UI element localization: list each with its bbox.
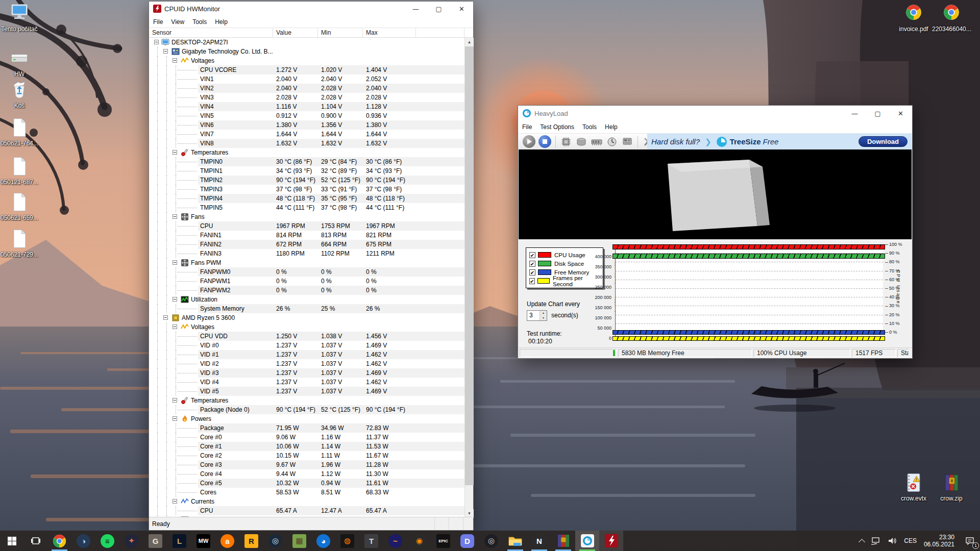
sensor-row-vin7[interactable]: VIN71.644 V1.644 V1.644 V xyxy=(149,130,464,139)
resize-grip[interactable] xyxy=(463,517,473,530)
sensor-row-fanpwm2[interactable]: FANPWM20 %0 %0 % xyxy=(149,286,464,295)
desktop-icon-050621-764-[interactable]: 050621-764... xyxy=(0,116,39,147)
tree-collapse-icon[interactable] xyxy=(173,324,177,329)
sensor-row-powers[interactable]: Powers xyxy=(149,414,464,423)
heavyload-menu-tools[interactable]: Tools xyxy=(578,123,601,131)
rockstar-icon[interactable]: R xyxy=(239,531,263,551)
tree-collapse-icon[interactable] xyxy=(173,214,177,219)
hwmonitor-sensor-table[interactable]: DESKTOP-2APM27IGigabyte Technology Co. L… xyxy=(149,38,464,518)
language-indicator[interactable]: CES xyxy=(900,531,920,551)
audacity-icon[interactable]: ~ xyxy=(383,531,407,551)
task-view-button[interactable] xyxy=(23,531,47,551)
column-header-sensor[interactable]: Sensor xyxy=(149,28,273,37)
sensor-row-fanpwm1[interactable]: FANPWM10 %0 %0 % xyxy=(149,277,464,286)
heavyload-icon[interactable] xyxy=(575,531,599,551)
minimize-icon[interactable]: — xyxy=(404,2,427,16)
tree-collapse-icon[interactable] xyxy=(173,150,177,155)
desktop-icon-2203466040-[interactable]: 2203466040... xyxy=(932,2,971,33)
maximize-icon[interactable]: ▢ xyxy=(427,2,450,16)
heavyload-menu-file[interactable]: File xyxy=(518,123,536,131)
sensor-row-vid-1[interactable]: VID #11.237 V1.037 V1.462 V xyxy=(149,350,464,359)
sensor-row-tmpin0[interactable]: TMPIN030 °C (86 °F)29 °C (84 °F)30 °C (8… xyxy=(149,157,464,166)
sensor-row-voltages[interactable]: Voltages xyxy=(149,322,464,332)
legend-checkbox[interactable]: ✔ xyxy=(529,261,535,267)
desktop-icon-crow-zip[interactable]: crow.zip xyxy=(932,471,971,502)
ubisoft-connect-icon[interactable]: ◕ xyxy=(311,531,335,551)
epic-games-icon[interactable]: EPIC xyxy=(431,531,455,551)
notification-center-icon[interactable]: 1 xyxy=(960,531,980,551)
sensor-row-utilization[interactable]: Utilization xyxy=(149,295,464,304)
update-interval-stepper[interactable]: 3 ▲ ▼ xyxy=(527,310,547,321)
sensor-row-tmpin4[interactable]: TMPIN448 °C (118 °F)35 °C (95 °F)48 °C (… xyxy=(149,194,464,203)
sensor-row-cores[interactable]: Cores58.53 W8.51 W68.33 W xyxy=(149,488,464,497)
sensor-row-cpu[interactable]: CPU65.47 A12.47 A65.47 A xyxy=(149,506,464,515)
sensor-row-currents[interactable]: Currents xyxy=(149,497,464,506)
memory-test-icon[interactable] xyxy=(589,136,604,148)
n-logo-app-icon[interactable]: N xyxy=(527,531,551,551)
hwmonitor-menu-file[interactable]: File xyxy=(149,18,167,26)
file-explorer-icon[interactable] xyxy=(503,531,527,551)
scrollbar-thumb[interactable] xyxy=(465,46,474,485)
sensor-row-tmpin3[interactable]: TMPIN337 °C (98 °F)33 °C (91 °F)37 °C (9… xyxy=(149,185,464,194)
tray-chevron-icon[interactable] xyxy=(856,531,868,551)
sensor-row-vid-4[interactable]: VID #41.237 V1.037 V1.462 V xyxy=(149,378,464,387)
heavyload-menu-test-options[interactable]: Test Options xyxy=(536,123,578,131)
hwmonitor-menu-help[interactable]: Help xyxy=(211,18,232,26)
tree-collapse-icon[interactable] xyxy=(173,58,177,63)
hwmonitor-column-headers[interactable]: SensorValueMinMax xyxy=(149,28,473,38)
sensor-row-tmpin1[interactable]: TMPIN134 °C (93 °F)32 °C (89 °F)34 °C (9… xyxy=(149,166,464,176)
spin-up-icon[interactable]: ▲ xyxy=(540,311,547,316)
world-of-tanks-icon[interactable]: T xyxy=(359,531,383,551)
sensor-row-temperatures[interactable]: Temperatures xyxy=(149,396,464,405)
spotify-icon[interactable]: ≡ xyxy=(95,531,119,551)
sensor-row-vin3[interactable]: VIN32.028 V2.028 V2.028 V xyxy=(149,93,464,102)
chrome-icon[interactable] xyxy=(47,531,71,551)
maximize-icon[interactable]: ▢ xyxy=(866,106,889,121)
cod-mw-icon[interactable]: MW xyxy=(191,531,215,551)
tree-collapse-icon[interactable] xyxy=(173,260,177,265)
sensor-row-vin6[interactable]: VIN61.380 V1.356 V1.380 V xyxy=(149,120,464,130)
hwmonitor-menu-view[interactable]: View xyxy=(167,18,188,26)
sensor-row-fans-pwm[interactable]: Fans PWM xyxy=(149,258,464,267)
clock-icon[interactable] xyxy=(604,136,620,148)
sensor-row-tmpin5[interactable]: TMPIN544 °C (111 °F)37 °C (98 °F)44 °C (… xyxy=(149,203,464,212)
tree-collapse-icon[interactable] xyxy=(154,40,159,44)
volume-icon[interactable] xyxy=(884,531,900,551)
heavyload-menu-help[interactable]: Help xyxy=(601,123,622,131)
disk-test-icon[interactable] xyxy=(574,136,589,148)
desktop-icon-050121-687-[interactable]: 050121-687... xyxy=(0,155,39,186)
davinci-resolve-icon[interactable]: ✦ xyxy=(119,531,143,551)
sensor-row-cpu-vcore[interactable]: CPU VCORE1.272 V1.020 V1.404 V xyxy=(149,65,464,74)
sensor-row-package-node-0-[interactable]: Package (Node 0)90 °C (194 °F)52 °C (125… xyxy=(149,405,464,414)
sensor-row-core-4[interactable]: Core #49.44 W1.12 W11.30 W xyxy=(149,469,464,479)
desktop-icon-hw[interactable]: HW xyxy=(0,47,39,78)
hwmonitor-icon[interactable] xyxy=(599,531,623,551)
sensor-row-vid-0[interactable]: VID #01.237 V1.037 V1.469 V xyxy=(149,341,464,350)
play-icon[interactable] xyxy=(521,135,537,148)
avast-icon[interactable]: a xyxy=(215,531,239,551)
sensor-row-fanin1[interactable]: FANIN1814 RPM813 RPM821 RPM xyxy=(149,231,464,240)
game-orange-ring-icon[interactable]: ◍ xyxy=(335,531,359,551)
sensor-row-vin1[interactable]: VIN12.040 V2.040 V2.052 V xyxy=(149,74,464,84)
clock[interactable]: 23:30 06.05.2021 xyxy=(920,531,960,551)
cpu-test-icon[interactable] xyxy=(558,136,574,148)
hwmonitor-menu-tools[interactable]: Tools xyxy=(188,18,211,26)
sensor-row-core-3[interactable]: Core #39.67 W1.96 W11.28 W xyxy=(149,460,464,469)
sensor-row-gigabyte-technology-co-ltd-b-[interactable]: Gigabyte Technology Co. Ltd. B... xyxy=(149,47,464,56)
gpu-test-icon[interactable] xyxy=(620,136,635,148)
winrar-icon[interactable] xyxy=(551,531,575,551)
sensor-row-desktop-2apm27i[interactable]: DESKTOP-2APM27I xyxy=(149,38,464,47)
sensor-row-fanpwm0[interactable]: FANPWM00 %0 %0 % xyxy=(149,267,464,277)
desktop-icon-ko-[interactable]: Koš xyxy=(0,79,39,109)
network-icon[interactable] xyxy=(868,531,884,551)
sensor-row-core-2[interactable]: Core #210.15 W1.11 W11.67 W xyxy=(149,451,464,460)
discord-icon[interactable]: D xyxy=(455,531,479,551)
gimp-icon[interactable]: G xyxy=(143,531,167,551)
heavyload-titlebar[interactable]: HeavyLoad — ▢ ✕ xyxy=(518,106,912,121)
sensor-row-temperatures[interactable]: Temperatures xyxy=(149,148,464,157)
sensor-row-fanin2[interactable]: FANIN2672 RPM664 RPM675 RPM xyxy=(149,240,464,249)
desktop-icon-tento-po-ta-[interactable]: Tento počítač xyxy=(0,2,39,33)
tree-collapse-icon[interactable] xyxy=(173,416,177,421)
sensor-row-package[interactable]: Package71.95 W34.96 W72.83 W xyxy=(149,423,464,433)
download-button[interactable]: Download xyxy=(859,136,908,147)
